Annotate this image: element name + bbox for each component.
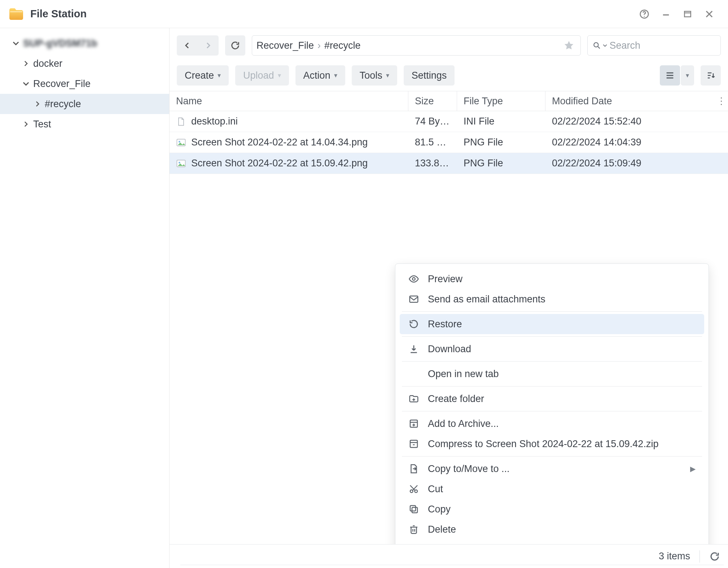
sidebar-item-test[interactable]: Test [0,114,169,134]
svg-rect-0 [10,11,22,12]
column-name[interactable]: Name [170,91,408,111]
sidebar-item-label: #recycle [45,99,81,110]
image-icon [176,137,186,148]
tools-button[interactable]: Tools▾ [352,65,397,86]
svg-rect-21 [410,296,418,302]
chevron-right-icon: ▶ [690,464,696,473]
column-size[interactable]: Size [408,91,457,111]
context-menu-item[interactable]: Rename [400,539,704,544]
restore-icon [408,319,419,329]
tree-root[interactable]: SUP-gVDSM71b [0,33,169,53]
context-menu-item[interactable]: Open in new tab [400,364,704,384]
table-header: Name Size File Type Modified Date ⋮ [170,91,728,111]
context-menu-item[interactable]: Add to Archive... [400,414,704,434]
copy-icon [408,504,419,515]
favorite-button[interactable] [562,40,576,51]
settings-button[interactable]: Settings [404,65,455,86]
download-icon [408,344,419,354]
file-modified: 02/22/2024 15:52:40 [545,116,728,127]
nav-history [177,35,219,56]
file-type: INI File [457,116,545,127]
context-menu-label: Delete [428,524,456,535]
context-menu-item[interactable]: Create folder [400,389,704,409]
maximize-button[interactable] [677,3,698,25]
app-title: File Station [30,8,87,20]
archive-add-icon [408,418,419,429]
sidebar-item-label: docker [33,58,62,69]
context-menu-label: Rename [428,544,465,545]
file-name: desktop.ini [191,116,238,127]
svg-line-9 [598,47,600,49]
help-button[interactable] [633,3,655,25]
context-menu-item[interactable]: Restore [400,314,704,334]
file-type: PNG File [457,137,545,148]
image-icon [176,158,186,169]
breadcrumb-segment[interactable]: Recover_File [256,40,314,51]
context-menu-item[interactable]: Copy to/Move to ...▶ [400,459,704,479]
sidebar-item-recycle[interactable]: #recycle [0,94,169,114]
sort-button[interactable] [701,65,721,86]
context-menu-item[interactable]: Cut [400,479,704,499]
nav-forward-button[interactable] [198,35,219,56]
mail-icon [408,294,419,305]
close-button[interactable] [698,3,720,25]
refresh-button[interactable] [225,35,245,56]
sidebar-item-recover-file[interactable]: Recover_File [0,74,169,94]
context-menu-item[interactable]: Compress to Screen Shot 2024-02-22 at 15… [400,434,704,454]
context-menu-separator [402,386,702,386]
upload-button[interactable]: Upload▾ [235,65,289,86]
view-mode-dropdown[interactable]: ▾ [681,65,694,86]
context-menu-separator [402,361,702,362]
action-toolbar: Create▾ Upload▾ Action▾ Tools▾ Settings … [170,63,728,88]
svg-rect-33 [412,507,417,513]
context-menu-item[interactable]: Delete [400,519,704,539]
context-menu-label: Open in new tab [428,368,499,380]
table-row[interactable]: Screen Shot 2024-02-22 at 15.09.42.png 1… [170,153,728,174]
svg-rect-4 [684,11,690,17]
context-menu-item[interactable]: Download [400,339,704,359]
minimize-button[interactable] [655,3,677,25]
search-icon [593,41,601,50]
context-menu-item[interactable]: Preview [400,269,704,289]
svg-rect-34 [410,506,416,511]
breadcrumb-segment[interactable]: #recycle [324,40,361,51]
context-menu-item[interactable]: Send as email attachments [400,289,704,309]
table-row[interactable]: Screen Shot 2024-02-22 at 14.04.34.png 8… [170,132,728,153]
archive-icon [408,438,419,449]
nav-back-button[interactable] [177,35,198,56]
chevron-down-icon [603,43,607,48]
status-refresh-button[interactable] [709,551,720,562]
svg-point-32 [415,490,418,493]
column-modified[interactable]: Modified Date [545,91,714,111]
column-type[interactable]: File Type [457,91,545,111]
search-input[interactable] [610,40,715,51]
table-row[interactable]: desktop.ini 74 By… INI File 02/22/2024 1… [170,111,728,132]
action-button[interactable]: Action▾ [295,65,345,86]
file-type: PNG File [457,158,545,169]
context-menu-separator [402,411,702,411]
list-view-button[interactable] [660,65,680,86]
svg-point-17 [179,141,180,143]
window: File Station SUP-gVDSM71b [0,0,728,568]
file-name: Screen Shot 2024-02-22 at 15.09.42.png [191,158,368,169]
column-menu-button[interactable]: ⋮ [714,95,728,107]
path-bar[interactable]: Recover_File › #recycle [252,35,581,56]
context-menu-label: Compress to Screen Shot 2024-02-22 at 15… [428,438,658,450]
search-box[interactable] [587,35,721,56]
item-count: 3 items [659,551,690,562]
file-table: Name Size File Type Modified Date ⋮ desk… [170,91,728,544]
context-menu-separator [402,456,702,456]
main-panel: Recover_File › #recycle Create▾ Uploa [170,28,728,568]
context-menu-item[interactable]: Copy [400,499,704,519]
file-modified: 02/22/2024 15:09:49 [545,158,728,169]
divider [700,550,700,563]
sidebar-item-docker[interactable]: docker [0,53,169,74]
svg-rect-28 [410,440,417,447]
context-menu-label: Add to Archive... [428,418,499,429]
file-name: Screen Shot 2024-02-22 at 14.04.34.png [191,137,368,148]
newfolder-icon [408,393,419,404]
navigation-bar: Recover_File › #recycle [170,28,728,63]
create-button[interactable]: Create▾ [177,65,229,86]
svg-point-8 [594,43,598,47]
context-menu-label: Cut [428,484,443,495]
